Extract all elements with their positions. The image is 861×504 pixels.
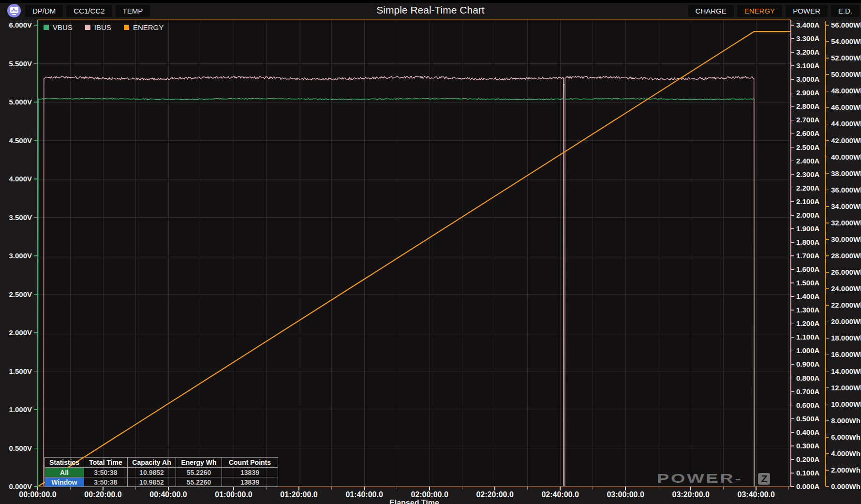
stats-header-cell: Capacity Ah [128, 458, 176, 468]
legend-item-ibus[interactable]: IBUS [85, 23, 111, 31]
statistics-table: StatisticsTotal TimeCapacity AhEnergy Wh… [45, 457, 278, 487]
statistics-header-row: StatisticsTotal TimeCapacity AhEnergy Wh… [45, 458, 278, 468]
chart-legend: VBUS IBUS ENERGY [44, 23, 163, 31]
energy-legend-label: ENERGY [133, 23, 163, 31]
stats-header-cell: Count Points [222, 458, 278, 468]
stats-value-cell: 13839 [222, 468, 278, 477]
stats-header-cell: Total Time [84, 458, 128, 468]
legend-item-vbus[interactable]: VBUS [44, 23, 73, 31]
stats-value-cell: 55.2260 [176, 468, 222, 477]
stats-row-window: Window3:50:3810.985255.226013839 [45, 477, 278, 487]
vbus-legend-label: VBUS [53, 23, 73, 31]
stats-value-cell: 10.9852 [128, 477, 176, 487]
stats-row-all: All3:50:3810.985255.226013839 [45, 468, 278, 477]
power-z-watermark: POWER- Z [657, 470, 770, 488]
chart-canvas[interactable] [0, 0, 861, 504]
stats-header-cell: Energy Wh [176, 458, 222, 468]
stats-row-label-all: All [45, 468, 84, 477]
stats-value-cell: 3:50:38 [84, 468, 128, 477]
ibus-legend-swatch [85, 25, 90, 30]
watermark-z-badge: Z [758, 473, 770, 485]
stats-value-cell: 55.2260 [176, 477, 222, 487]
plot-area[interactable] [38, 20, 791, 487]
stats-value-cell: 10.9852 [128, 468, 176, 477]
energy-legend-swatch [124, 25, 129, 30]
ibus-legend-label: IBUS [94, 23, 111, 31]
vbus-legend-swatch [44, 25, 49, 30]
stats-row-label-window: Window [45, 477, 84, 487]
app-window: DP/DMCC1/CC2TEMP Simple Real-Time Chart … [0, 0, 861, 504]
stats-value-cell: 3:50:38 [84, 477, 128, 487]
watermark-text: POWER- [657, 472, 742, 486]
stats-value-cell: 13839 [222, 477, 278, 487]
stats-header-cell: Statistics [45, 458, 84, 468]
legend-item-energy[interactable]: ENERGY [124, 23, 163, 31]
